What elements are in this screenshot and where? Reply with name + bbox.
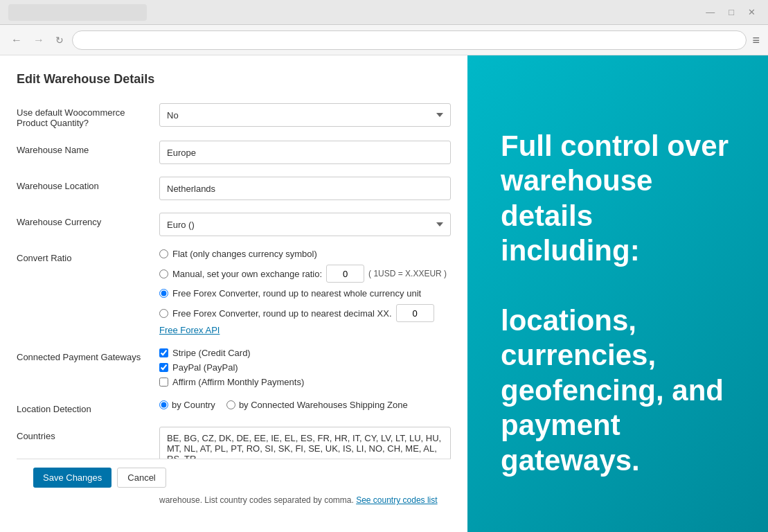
warehouse-name-label: Warehouse Name	[17, 141, 148, 155]
checkbox-paypal[interactable]: PayPal (PayPal)	[159, 362, 451, 373]
radio-by-zone-label: by Connected Warehouses Shipping Zone	[239, 400, 408, 410]
warehouse-currency-row: Warehouse Currency Euro () US Dollar ($)…	[17, 213, 451, 236]
radio-by-country-label: by Country	[172, 400, 215, 410]
promo-text: Full control over warehouse details incl…	[501, 129, 735, 478]
radio-by-zone[interactable]: by Connected Warehouses Shipping Zone	[226, 400, 408, 410]
convert-ratio-label: Convert Ratio	[17, 249, 148, 263]
warehouse-name-row: Warehouse Name	[17, 141, 451, 164]
radio-manual[interactable]: Manual, set your own exchange ratio: ( 1…	[159, 265, 451, 283]
use-default-qty-row: Use default Woocommerce Product Quantity…	[17, 103, 451, 128]
countries-label: Countries	[17, 427, 148, 441]
radio-by-country[interactable]: by Country	[159, 400, 215, 410]
checkbox-paypal-input[interactable]	[159, 363, 168, 372]
checkbox-paypal-label: PayPal (PayPal)	[172, 362, 238, 373]
manual-ratio-input[interactable]	[326, 265, 364, 283]
warehouse-location-row: Warehouse Location	[17, 177, 451, 200]
radio-manual-input[interactable]	[159, 269, 168, 278]
checkbox-stripe-input[interactable]	[159, 348, 168, 357]
save-changes-button[interactable]: Save Changes	[33, 468, 111, 488]
bottom-bar: Save Changes Cancel	[17, 459, 451, 496]
location-detection-label: Location Detection	[17, 400, 148, 414]
warehouse-currency-select[interactable]: Euro () US Dollar ($) British Pound (£)	[159, 213, 451, 236]
back-button[interactable]: ←	[8, 33, 25, 48]
warehouse-name-input[interactable]	[159, 141, 451, 164]
radio-forex-whole-label: Free Forex Converter, round up to neares…	[172, 288, 421, 299]
radio-by-country-input[interactable]	[159, 400, 168, 409]
close-button[interactable]: ✕	[744, 6, 760, 19]
page-title: Edit Warehouse Details	[17, 72, 451, 87]
country-codes-link[interactable]: See country codes list	[356, 495, 437, 505]
radio-forex-decimal-label: Free Forex Converter, round up to neares…	[172, 308, 392, 319]
radio-forex-whole-input[interactable]	[159, 289, 168, 298]
radio-flat-input[interactable]	[159, 249, 168, 258]
cancel-button[interactable]: Cancel	[117, 468, 166, 488]
location-detection-row: Location Detection by Country by Connect…	[17, 400, 451, 414]
radio-manual-label: Manual, set your own exchange ratio:	[172, 269, 322, 279]
reload-button[interactable]: ↻	[53, 33, 66, 47]
radio-forex-whole[interactable]: Free Forex Converter, round up to neares…	[159, 288, 451, 299]
payment-gateways-row: Connected Payment Gateways Stripe (Credi…	[17, 348, 451, 387]
forward-button[interactable]: →	[30, 33, 47, 48]
checkbox-affirm-label: Affirm (Affirm Monthly Payments)	[172, 377, 304, 387]
radio-flat-label: Flat (only changes currency symbol)	[172, 249, 317, 259]
checkbox-stripe[interactable]: Stripe (Credit Card)	[159, 348, 451, 358]
payment-gateways-label: Connected Payment Gateways	[17, 348, 148, 362]
radio-by-zone-input[interactable]	[226, 400, 235, 409]
decimal-ratio-input[interactable]	[396, 304, 434, 322]
convert-ratio-row: Convert Ratio Flat (only changes currenc…	[17, 249, 451, 335]
checkbox-stripe-label: Stripe (Credit Card)	[172, 348, 251, 358]
radio-forex-decimal-input[interactable]	[159, 309, 168, 318]
browser-menu-button[interactable]: ≡	[752, 34, 760, 46]
address-bar[interactable]	[72, 30, 747, 50]
checkbox-affirm[interactable]: Affirm (Affirm Monthly Payments)	[159, 377, 451, 387]
maximize-button[interactable]: □	[724, 6, 738, 19]
use-default-qty-label: Use default Woocommerce Product Quantity…	[17, 103, 148, 128]
minimize-button[interactable]: —	[702, 6, 719, 19]
warehouse-location-label: Warehouse Location	[17, 177, 148, 191]
promo-panel: Full control over warehouse details incl…	[467, 55, 768, 532]
radio-flat[interactable]: Flat (only changes currency symbol)	[159, 249, 451, 259]
checkbox-affirm-input[interactable]	[159, 378, 168, 387]
radio-forex-decimal[interactable]: Free Forex Converter, round up to neares…	[159, 304, 451, 322]
warehouse-location-input[interactable]	[159, 177, 451, 200]
free-forex-link[interactable]: Free Forex API	[159, 325, 220, 335]
use-default-qty-select[interactable]: No Yes	[159, 103, 451, 127]
warehouse-currency-label: Warehouse Currency	[17, 213, 148, 227]
manual-ratio-hint: ( 1USD = X.XXEUR )	[368, 269, 447, 278]
